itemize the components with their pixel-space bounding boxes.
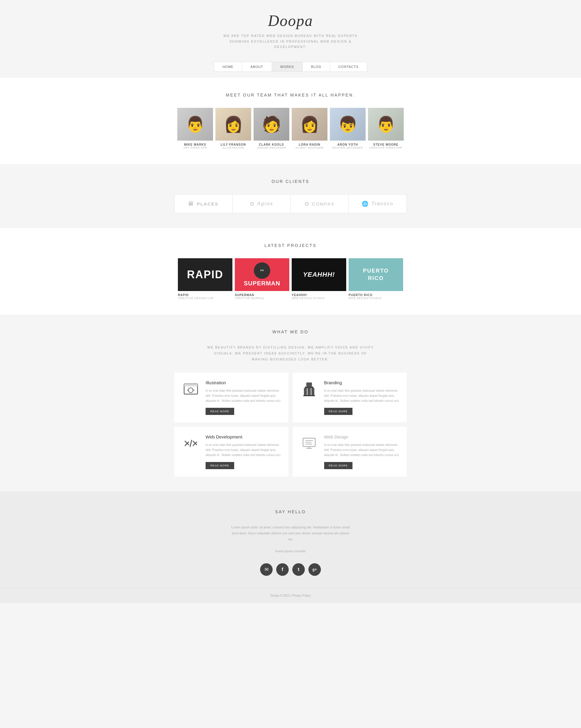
svg-rect-6	[305, 387, 313, 388]
team-section: MEET OUR TEAM THAT MAKES IT ALL HAPPEN. …	[0, 78, 581, 164]
agrox-icon: ⊙	[250, 201, 255, 207]
project-subtitle-superman: CREATIVE BUREAU	[235, 297, 289, 300]
branding-content: Branding In eu erat vitae felis gravisat…	[324, 380, 400, 415]
client-name-agrox: Agrox	[257, 201, 273, 207]
team-member-1: 👨 MIKE MARKS ART DIRECTOR	[177, 108, 213, 149]
team-member-role-3: JUNIOR DESIGNER	[254, 146, 289, 149]
client-item-places: 🏛 PLACES	[174, 194, 232, 213]
illustration-readmore-button[interactable]: READ MORE	[206, 408, 234, 415]
clients-section: OUR CLIENTS 🏛 PLACES ⊙ Agrox ⊙ COMPAX 🌐 …	[0, 164, 581, 228]
transco-icon: 🌐	[362, 201, 369, 207]
puerto-label: PUERTORICO	[363, 267, 389, 282]
project-title-superman: SUPERMAN	[235, 293, 289, 297]
project-thumb-puerto: PUERTORICO	[349, 258, 403, 291]
clients-title: OUR CLIENTS	[6, 179, 575, 184]
project-subtitle-yeahhh: WEB DESIGN STUDIO	[292, 297, 346, 300]
team-title: MEET OUR TEAM THAT MAKES IT ALL HAPPEN.	[6, 93, 575, 97]
illustration-content: Illustration In eu erat vitae felis grav…	[206, 380, 281, 415]
webdev-readmore-button[interactable]: READ MORE	[206, 462, 234, 469]
facebook-icon: f	[282, 567, 283, 572]
nav-item-about[interactable]: ABOUT	[242, 62, 272, 72]
superman-label: SUPERMAN	[244, 280, 280, 287]
webdesign-icon	[300, 434, 318, 452]
nav-item-blog[interactable]: BLOG	[303, 62, 330, 72]
team-member-name-5: ARON YOTH	[330, 143, 365, 146]
main-nav: HOME ABOUT WORKS BLOG CONTACTS	[0, 62, 581, 72]
webdesign-content: Web Design In eu erat vitae felis gravis…	[324, 434, 400, 469]
social-googleplus-button[interactable]: g+	[308, 563, 321, 576]
team-member-5: 👦 ARON YOTH MASTER DESIGNER	[330, 108, 365, 149]
nav-link-works[interactable]: WORKS	[272, 62, 303, 72]
webdev-content: Web Development In eu erat vitae felis g…	[206, 434, 281, 469]
nav-item-works[interactable]: WORKS	[272, 62, 303, 72]
sayhello-title: SAY HELLO	[6, 509, 575, 514]
team-member-role-5: MASTER DESIGNER	[330, 146, 365, 149]
footer-text: Doopa © 2013 |	[270, 594, 291, 597]
yeahhh-label: YEAHHH!	[303, 271, 335, 279]
project-rapid[interactable]: RAPID RAPID CREATIVE DESIGN LAB	[178, 258, 232, 300]
svg-rect-5	[306, 383, 312, 387]
sayhello-text2: lorem ipsum consete	[231, 548, 350, 554]
nav-item-home[interactable]: HOME	[214, 62, 242, 72]
site-tagline: WE ARE TOP RATED WEB DESIGN BUREAU WITH …	[216, 33, 365, 50]
nav-link-blog[interactable]: BLOG	[303, 62, 330, 72]
nav-link-home[interactable]: HOME	[214, 62, 242, 72]
project-superman[interactable]: ZN SUPERMAN SUPERMAN CREATIVE BUREAU	[235, 258, 289, 300]
team-member-name-4: LORA RADIN	[292, 143, 327, 146]
svg-rect-10	[303, 395, 315, 396]
email-icon: ✉	[264, 567, 269, 572]
team-member-role-1: ART DIRECTOR	[177, 146, 213, 149]
team-member-name-2: LILY FRANSON	[216, 143, 251, 146]
project-thumb-superman: ZN SUPERMAN	[235, 258, 289, 291]
project-title-puerto: PUERTO RICO	[349, 293, 403, 297]
illustration-desc: In eu erat vitae felis gravisat malesuad…	[206, 388, 281, 403]
site-logo: Doopa	[6, 12, 575, 29]
team-member-name-3: CLARK KOOLS	[254, 143, 289, 146]
webdev-desc: In eu erat vitae felis gravisat malesuad…	[206, 442, 281, 458]
team-photo-4: 👩	[292, 108, 327, 140]
projects-section: LATEST PROJECTS RAPID RAPID CREATIVE DES…	[0, 228, 581, 315]
team-photo-1: 👨	[177, 108, 213, 140]
social-twitter-button[interactable]: t	[292, 563, 305, 576]
clients-grid: 🏛 PLACES ⊙ Agrox ⊙ COMPAX 🌐 Transco	[174, 194, 407, 213]
webdev-title: Web Development	[206, 434, 281, 439]
nav-link-about[interactable]: ABOUT	[242, 62, 272, 72]
superman-badge: ZN	[254, 262, 270, 279]
places-icon: 🏛	[188, 201, 194, 207]
illustration-icon	[182, 380, 200, 398]
svg-rect-7	[304, 388, 307, 396]
nav-item-contacts[interactable]: CONTACTS	[330, 62, 367, 72]
social-email-button[interactable]: ✉	[260, 563, 273, 576]
illustration-title: Illustration	[206, 380, 281, 385]
service-webdesign: Web Design In eu erat vitae felis gravis…	[293, 427, 407, 476]
service-webdev: Web Development In eu erat vitae felis g…	[174, 427, 288, 476]
team-photo-2: 👩	[216, 108, 251, 140]
footer-privacy-link[interactable]: Privacy Policy	[292, 594, 310, 597]
webdesign-title: Web Design	[324, 434, 400, 439]
team-member-name-6: STEVE MOORE	[368, 143, 404, 146]
client-name-places: PLACES	[197, 201, 219, 206]
team-member-2: 👩 LILY FRANSON ILLUSTRATOR	[216, 108, 251, 149]
svg-rect-9	[311, 388, 314, 396]
client-name-transco: Transco	[371, 201, 393, 207]
project-thumb-yeahhh: YEAHHH!	[292, 258, 346, 291]
team-member-6: 👨 STEVE MOORE CREATIVE DIRECTOR	[368, 108, 404, 149]
branding-title: Branding	[324, 380, 400, 385]
webdesign-readmore-button[interactable]: READ MORE	[324, 462, 353, 469]
whatwedo-title: WHAT WE DO	[6, 330, 575, 334]
project-subtitle-rapid: CREATIVE DESIGN LAB	[178, 297, 232, 300]
project-puerto[interactable]: PUERTORICO PUERTO RICO WEB DESIGN STUDIO	[349, 258, 403, 300]
branding-readmore-button[interactable]: READ MORE	[324, 408, 353, 415]
project-yeahhh[interactable]: YEAHHH! YEAHHH! WEB DESIGN STUDIO	[292, 258, 346, 300]
webdesign-desc: In eu erat vitae felis gravisat malesuad…	[324, 442, 400, 458]
nav-link-contacts[interactable]: CONTACTS	[330, 62, 367, 72]
twitter-icon: t	[298, 567, 299, 572]
branding-icon	[300, 380, 318, 398]
services-grid: Illustration In eu erat vitae felis grav…	[174, 373, 407, 476]
service-branding: Branding In eu erat vitae felis gravisat…	[293, 373, 407, 422]
projects-title: LATEST PROJECTS	[6, 243, 575, 248]
team-member-role-6: CREATIVE DIRECTOR	[368, 146, 404, 149]
social-facebook-button[interactable]: f	[276, 563, 289, 576]
sayhello-section: SAY HELLO Lorem ipsum dolor sit amet, co…	[0, 492, 581, 588]
compax-icon: ⊙	[304, 201, 309, 207]
